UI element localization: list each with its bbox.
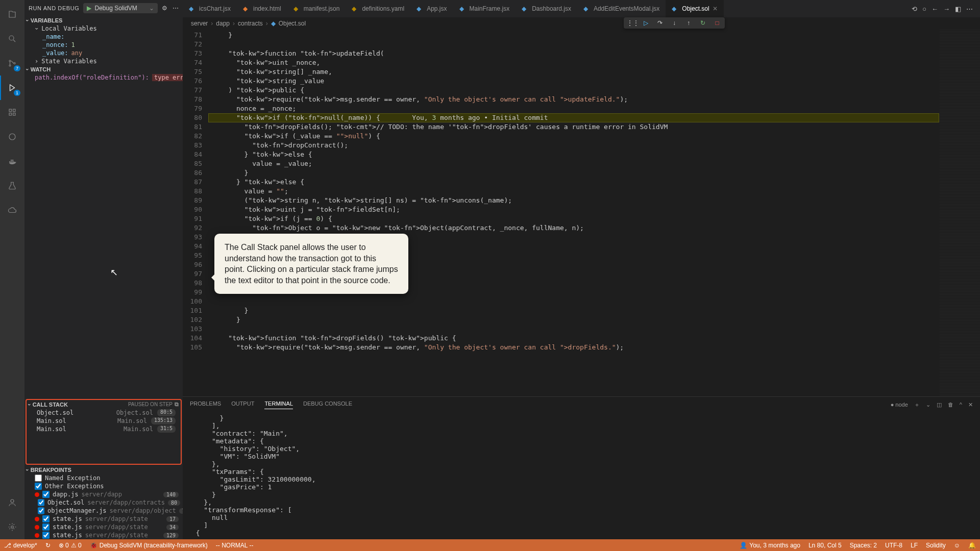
variable-row[interactable]: _nonce: 1: [24, 41, 183, 49]
encoding-status[interactable]: UTF-8: [881, 542, 906, 549]
close-icon[interactable]: ✕: [713, 5, 718, 12]
debug-toolbar: ⋮⋮ ▷ ↷ ↓ ↑ ↻ □: [624, 17, 725, 29]
svg-point-9: [11, 499, 14, 503]
blame-status[interactable]: 👤 You, 3 months ago: [736, 542, 804, 549]
new-terminal-icon[interactable]: ＋: [914, 401, 920, 409]
extensions-icon[interactable]: [0, 100, 24, 124]
watch-row[interactable]: path.indexOf("roleDefinition"): type err…: [24, 73, 183, 82]
step-over-button[interactable]: ↷: [655, 19, 665, 27]
breakpoint-row[interactable]: state.js server/dapp/state129: [24, 531, 183, 539]
scm-icon[interactable]: 7: [0, 51, 24, 76]
editor-tabs: ◆icsChart.jsx◆index.html◆manifest.json◆d…: [183, 0, 980, 17]
split-editor-icon[interactable]: ◧: [955, 5, 961, 13]
activity-bar: 7 1: [0, 0, 24, 539]
remote-icon[interactable]: [0, 124, 24, 149]
variable-row[interactable]: _name:: [24, 33, 183, 41]
step-out-button[interactable]: ↑: [684, 19, 693, 27]
svg-point-10: [11, 526, 14, 529]
svg-point-8: [9, 134, 15, 140]
settings-gear-icon[interactable]: [0, 515, 24, 539]
status-bar: ⎇ develop* ↻ ⊗ 0 ⚠ 0 🐞 Debug SolidVM (tr…: [0, 539, 980, 551]
callstack-status: PAUSED ON STEP: [128, 402, 173, 407]
minimap[interactable]: [939, 30, 980, 396]
indent-status[interactable]: Spaces: 2: [846, 542, 881, 549]
cursor-position[interactable]: Ln 80, Col 5: [804, 542, 846, 549]
editor-tab[interactable]: ◆index.html: [237, 0, 287, 17]
breakpoint-row[interactable]: Object.sol server/dapp/contracts80: [24, 498, 183, 507]
step-into-button[interactable]: ↓: [670, 19, 679, 27]
editor-tab[interactable]: ◆definitions.yaml: [346, 0, 410, 17]
tab-problems[interactable]: PROBLEMS: [190, 400, 221, 409]
compare-icon[interactable]: ○: [922, 5, 926, 13]
maximize-panel-icon[interactable]: ^: [960, 402, 962, 408]
breakpoints-header[interactable]: ›BREAKPOINTS: [24, 466, 183, 474]
callstack-extra-icon[interactable]: ⧉: [175, 401, 179, 408]
branch-button[interactable]: ⎇ develop*: [0, 542, 41, 549]
breakpoint-row[interactable]: state.js server/dapp/state34: [24, 523, 183, 531]
feedback-icon[interactable]: ☺: [950, 542, 964, 549]
cloud-icon[interactable]: [0, 198, 24, 222]
terminal-dropdown-icon[interactable]: ⌄: [926, 402, 930, 408]
variables-header[interactable]: ›VARIABLES: [24, 16, 183, 24]
notifications-icon[interactable]: 🔔: [964, 542, 980, 549]
gear-icon[interactable]: ⚙: [162, 5, 167, 12]
watch-header[interactable]: ›WATCH: [24, 65, 183, 73]
breakpoint-row[interactable]: objectManager.js server/dapp/object703: [24, 507, 183, 515]
restart-button[interactable]: ↻: [698, 19, 707, 27]
breakpoint-row[interactable]: state.js server/dapp/state17: [24, 515, 183, 523]
split-terminal-icon[interactable]: ◫: [937, 402, 942, 408]
variable-group[interactable]: › State Variables: [24, 57, 183, 65]
variable-row[interactable]: _value: any: [24, 49, 183, 57]
account-icon[interactable]: [0, 490, 24, 515]
explorer-icon[interactable]: [0, 2, 24, 27]
search-icon[interactable]: [0, 27, 24, 51]
close-panel-icon[interactable]: ✕: [968, 402, 973, 408]
continue-button[interactable]: ▷: [641, 19, 650, 27]
breakpoint-exception-toggle[interactable]: Other Exceptions: [24, 482, 183, 490]
sync-button[interactable]: ↻: [41, 542, 55, 549]
breakpoint-exception-toggle[interactable]: Named Exception: [24, 474, 183, 482]
breadcrumb[interactable]: server› dapp› contracts› ◆Object.sol ⋮⋮ …: [183, 17, 980, 30]
tab-debug-console[interactable]: DEBUG CONSOLE: [303, 400, 352, 409]
run-debug-icon[interactable]: 1: [0, 76, 24, 100]
drag-handle-icon[interactable]: ⋮⋮: [627, 19, 636, 27]
debug-config-select[interactable]: ▶ Debug SolidVM ⌄: [83, 3, 158, 13]
tab-output[interactable]: OUTPUT: [231, 400, 254, 409]
language-status[interactable]: Solidity: [922, 542, 950, 549]
vim-mode: -- NORMAL --: [212, 542, 258, 549]
problems-status[interactable]: ⊗ 0 ⚠ 0: [55, 542, 86, 549]
debug-status[interactable]: 🐞 Debug SolidVM (traceability-framework): [86, 542, 212, 549]
run-debug-title: RUN AND DEBUG: [29, 5, 79, 11]
tab-terminal[interactable]: TERMINAL: [264, 400, 293, 409]
editor-tab[interactable]: ◆Object.sol ✕: [666, 0, 723, 17]
more-icon[interactable]: ⋯: [173, 5, 179, 12]
stack-frame[interactable]: Object.solObject.sol80:5: [27, 409, 181, 417]
editor-tab[interactable]: ◆manifest.json: [287, 0, 346, 17]
editor-tab[interactable]: ◆AddEditEventsModal.jsx: [577, 0, 666, 17]
stop-button[interactable]: □: [713, 19, 722, 27]
diff-icon[interactable]: ⟲: [912, 5, 917, 13]
eol-status[interactable]: LF: [906, 542, 922, 549]
beaker-icon[interactable]: [0, 173, 24, 198]
nav-prev-icon[interactable]: ←: [932, 5, 938, 13]
breakpoints-section: ›BREAKPOINTS Named Exception Other Excep…: [24, 466, 183, 539]
terminal-output[interactable]: } ], "contract": "Main", "metadata": { "…: [183, 412, 980, 539]
svg-point-2: [9, 65, 11, 66]
nav-next-icon[interactable]: →: [943, 5, 950, 13]
editor-tab[interactable]: ◆App.jsx: [410, 0, 453, 17]
stack-frame[interactable]: Main.solMain.sol135:13: [27, 417, 181, 425]
more-icon[interactable]: ⋯: [966, 5, 973, 13]
docker-icon[interactable]: [0, 149, 24, 173]
editor-tab[interactable]: ◆icsChart.jsx: [183, 0, 237, 17]
editor-tab[interactable]: ◆Dashboard.jsx: [516, 0, 577, 17]
terminal-shell[interactable]: ● node: [891, 402, 908, 408]
editor-tab[interactable]: ◆MainFrame.jsx: [453, 0, 516, 17]
debug-config-label: Debug SolidVM: [94, 5, 137, 12]
kill-terminal-icon[interactable]: 🗑: [948, 402, 953, 408]
breakpoint-row[interactable]: dapp.js server/dapp140: [24, 490, 183, 498]
bottom-panel: PROBLEMS OUTPUT TERMINAL DEBUG CONSOLE ●…: [183, 396, 980, 539]
callstack-header[interactable]: › CALL STACK PAUSED ON STEP ⧉: [27, 400, 181, 409]
stack-frame[interactable]: Main.solMain.sol31:5: [27, 425, 181, 433]
variable-group[interactable]: › Local Variables: [24, 24, 183, 33]
code-editor[interactable]: 7172737475767778798081828384858687888990…: [183, 30, 980, 396]
